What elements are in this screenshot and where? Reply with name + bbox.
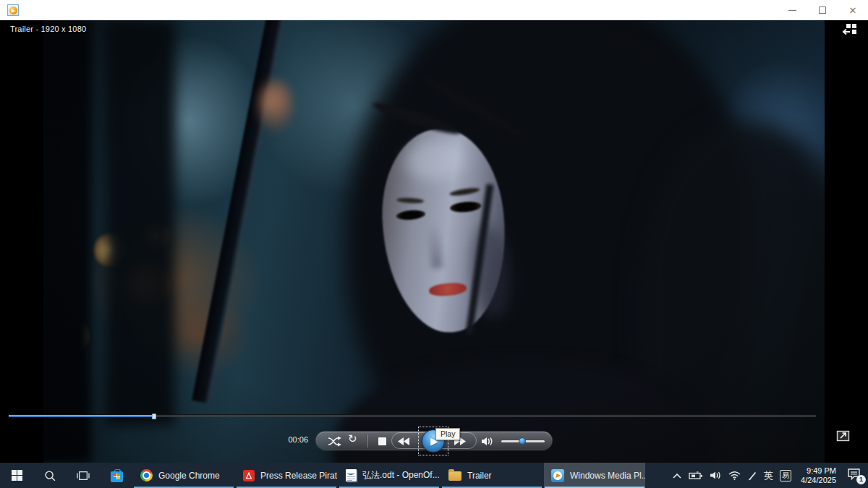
wmp-app-icon[interactable]: ▶: [7, 4, 19, 16]
taskbar-app-pdf[interactable]: Press Release Pirate...: [236, 463, 337, 488]
wifi-icon: [728, 471, 741, 480]
acrobat-pdf-icon: [243, 470, 255, 481]
video-frame: [43, 20, 825, 463]
scene-vignette: [43, 20, 825, 463]
taskbar-app-label: Google Chrome: [158, 471, 220, 481]
fullscreen-icon: [836, 429, 851, 442]
seek-progress-fill: [9, 415, 154, 417]
hidden-icons-button[interactable]: [672, 472, 682, 479]
window-titlebar: ▶ ✕: [0, 0, 868, 20]
seek-thumb[interactable]: [152, 414, 156, 419]
wmp-play-orb-icon: ▶: [9, 7, 17, 14]
task-view-button[interactable]: [67, 463, 100, 488]
pen-icon: [747, 471, 757, 481]
microsoft-store-button[interactable]: [100, 463, 133, 488]
shuffle-button[interactable]: [328, 436, 343, 447]
taskbar-app-wmp[interactable]: ▶ Windows Media Pl...: [544, 463, 645, 488]
play-tooltip: Play: [435, 428, 460, 440]
microsoft-store-icon: [111, 471, 123, 482]
clock-date: 4/24/2025: [801, 476, 836, 485]
search-icon: [43, 469, 56, 482]
maximize-icon: [819, 7, 826, 14]
search-button[interactable]: [33, 463, 67, 488]
chrome-icon: [140, 469, 153, 481]
openoffice-writer-icon: [346, 469, 357, 481]
switch-to-library-button[interactable]: [841, 23, 860, 39]
taskbar: Google Chrome Press Release Pirate... 弘法…: [0, 463, 868, 488]
rewind-button[interactable]: [397, 437, 410, 445]
windows-ink-button[interactable]: [747, 471, 757, 481]
close-icon: ✕: [849, 6, 857, 15]
taskbar-app-label: 弘法.odt - OpenOf...: [362, 469, 440, 481]
wmp-icon: ▶: [551, 469, 564, 482]
wifi-status-button[interactable]: [728, 471, 741, 480]
volume-thumb[interactable]: [519, 437, 526, 445]
chevron-up-icon: [672, 472, 682, 479]
close-button[interactable]: ✕: [838, 0, 868, 20]
speaker-icon: [710, 471, 722, 480]
taskbar-app-label: Windows Media Pl...: [570, 471, 645, 481]
controls-separator: [367, 435, 367, 448]
seek-bar[interactable]: [9, 414, 816, 417]
battery-status-button[interactable]: [689, 471, 703, 480]
ime-mode-icon[interactable]: 易: [780, 470, 791, 481]
volume-status-button[interactable]: [710, 471, 722, 480]
window-controls: ✕: [777, 0, 868, 20]
switch-to-library-icon: [841, 23, 859, 38]
taskbar-clock[interactable]: 9:49 PM 4/24/2025: [798, 466, 839, 485]
start-button[interactable]: [0, 463, 33, 488]
clock-time: 9:49 PM: [801, 466, 836, 476]
folder-icon: [448, 471, 461, 481]
action-center-button[interactable]: 1: [847, 468, 864, 484]
playback-controls: ↻ ▶: [315, 431, 553, 450]
taskbar-app-label: Trailer: [467, 471, 492, 481]
video-area[interactable]: Trailer - 1920 x 1080 00:06 ↻: [0, 20, 868, 463]
minimize-icon: [788, 10, 796, 11]
taskbar-app-chrome[interactable]: Google Chrome: [133, 463, 234, 488]
elapsed-time: 00:06: [275, 435, 308, 444]
task-view-icon: [77, 470, 90, 481]
minimize-button[interactable]: [777, 0, 807, 20]
system-tray: 英 易 9:49 PM 4/24/2025 1: [672, 463, 868, 488]
video-title-overlay: Trailer - 1920 x 1080: [10, 25, 86, 33]
volume-slider[interactable]: [501, 440, 545, 442]
taskbar-app-label: Press Release Pirate...: [260, 471, 337, 481]
battery-charging-icon: [689, 471, 703, 480]
notification-badge: 1: [856, 475, 866, 484]
taskbar-app-trailer-folder[interactable]: Trailer: [441, 463, 542, 488]
fullscreen-button[interactable]: [836, 429, 854, 444]
ime-language-indicator[interactable]: 英: [764, 469, 773, 482]
windows-logo-icon: [12, 470, 22, 481]
mute-button[interactable]: [481, 436, 495, 447]
maximize-button[interactable]: [807, 0, 838, 20]
repeat-button[interactable]: ↻: [348, 434, 357, 445]
taskbar-app-openoffice[interactable]: 弘法.odt - OpenOf...: [339, 463, 440, 488]
stop-button[interactable]: [378, 437, 386, 445]
